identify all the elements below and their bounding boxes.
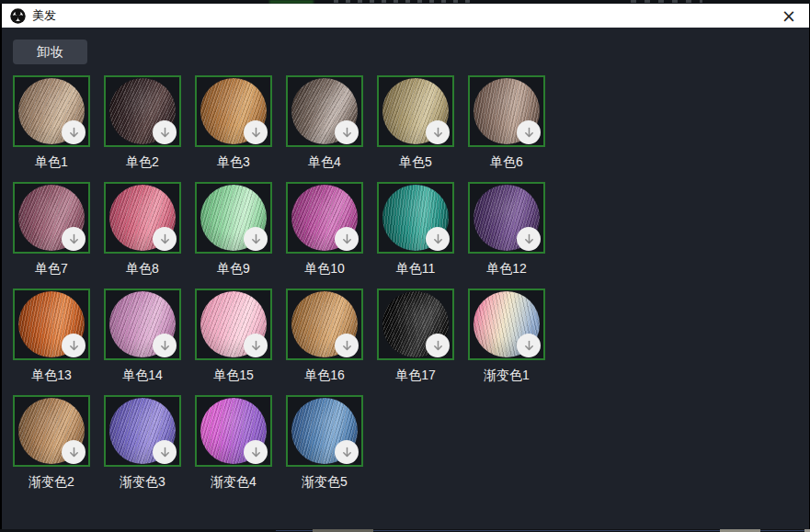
hair-color-item[interactable]: 单色4 [286,75,363,171]
hair-color-label: 单色15 [195,368,272,384]
hair-swatch-tile[interactable] [286,395,363,467]
hair-color-item[interactable]: 渐变色3 [104,395,181,491]
download-icon[interactable] [244,120,268,144]
hair-swatch-tile[interactable] [468,75,545,147]
hair-swatch-tile[interactable] [286,182,363,254]
dialog-title: 美发 [32,7,56,24]
hair-color-item[interactable]: 单色8 [104,182,181,277]
hair-color-label: 渐变色5 [286,474,363,491]
hair-color-label: 单色12 [468,261,545,277]
download-icon[interactable] [335,120,359,144]
download-icon[interactable] [153,227,177,251]
hair-color-item[interactable]: 单色9 [195,182,272,277]
hair-swatch-tile[interactable] [377,75,454,147]
hair-color-item[interactable]: 单色10 [286,182,363,277]
hair-swatch-tile[interactable] [468,182,545,254]
hair-beauty-dialog: 美发 × 卸妆 单色1 单色2 [0,4,810,529]
hair-color-label: 单色3 [195,154,272,171]
hair-color-item[interactable]: 单色3 [195,75,272,171]
hair-color-item[interactable]: 单色16 [286,289,363,384]
download-icon[interactable] [62,440,86,464]
hair-color-item[interactable]: 单色15 [195,289,272,384]
download-icon[interactable] [426,120,450,144]
hair-swatch-tile[interactable] [104,289,181,360]
hair-color-label: 单色10 [286,261,363,277]
hair-color-label: 渐变色3 [104,474,181,491]
download-icon[interactable] [153,440,177,464]
hair-color-label: 单色7 [13,261,90,277]
hair-color-item[interactable]: 单色7 [13,182,90,277]
hair-swatch-tile[interactable] [195,182,272,254]
hair-color-item[interactable]: 单色17 [377,289,454,384]
download-icon[interactable] [335,440,359,464]
hair-color-item[interactable]: 单色13 [13,289,90,384]
hair-color-label: 单色16 [286,368,363,384]
background-smudge [631,0,702,3]
hair-swatch-tile[interactable] [104,182,181,254]
hair-color-item[interactable]: 单色2 [104,75,181,171]
download-icon[interactable] [426,334,450,357]
hair-color-label: 单色14 [104,368,181,384]
hair-color-label: 单色2 [104,154,181,171]
hair-swatch-tile[interactable] [13,289,90,360]
hair-color-item[interactable]: 渐变色4 [195,395,272,491]
hair-color-item[interactable]: 单色14 [104,289,181,384]
download-icon[interactable] [517,334,541,357]
hair-color-label: 渐变色4 [195,474,272,491]
hair-color-grid: 单色1 单色2 单色3 [13,75,798,491]
obs-logo-icon [10,8,26,24]
download-icon[interactable] [153,120,177,144]
hair-color-item[interactable]: 渐变色5 [286,395,363,491]
download-icon[interactable] [244,227,268,251]
hair-color-label: 渐变色1 [468,368,545,384]
hair-swatch-tile[interactable] [286,289,363,360]
hair-swatch-tile[interactable] [195,75,272,147]
download-icon[interactable] [62,227,86,251]
hair-color-item[interactable]: 渐变色1 [468,289,545,384]
hair-color-label: 单色5 [377,154,454,171]
hair-color-label: 单色9 [195,261,272,277]
download-icon[interactable] [335,227,359,251]
download-icon[interactable] [62,120,86,144]
hair-swatch-tile[interactable] [195,289,272,360]
hair-swatch-tile[interactable] [468,289,545,360]
hair-color-label: 单色1 [13,154,90,171]
download-icon[interactable] [244,440,268,464]
close-icon[interactable]: × [776,5,802,27]
download-icon[interactable] [517,120,541,144]
hair-color-item[interactable]: 渐变色2 [13,395,90,491]
hair-color-item[interactable]: 单色12 [468,182,545,277]
download-icon[interactable] [244,334,268,357]
background-smudge [334,0,472,3]
download-icon[interactable] [153,334,177,357]
download-icon[interactable] [62,334,86,357]
hair-swatch-tile[interactable] [286,75,363,147]
hair-swatch-tile[interactable] [377,182,454,254]
hair-swatch-tile[interactable] [377,289,454,360]
hair-color-label: 单色11 [377,261,454,277]
download-icon[interactable] [426,227,450,251]
hair-color-label: 渐变色2 [13,474,90,491]
hair-swatch-tile[interactable] [104,75,181,147]
dialog-content: 卸妆 单色1 单色2 [2,28,809,529]
hair-color-item[interactable]: 单色11 [377,182,454,277]
hair-swatch-tile[interactable] [195,395,272,467]
hair-color-label: 单色17 [377,368,454,384]
hair-swatch-tile[interactable] [104,395,181,467]
hair-swatch-tile[interactable] [13,395,90,467]
hair-color-label: 单色13 [13,368,90,384]
hair-swatch-tile[interactable] [13,75,90,147]
hair-color-label: 单色8 [104,261,181,277]
hair-color-item[interactable]: 单色5 [377,75,454,171]
hair-color-item[interactable]: 单色1 [13,75,90,171]
hair-swatch-tile[interactable] [13,182,90,254]
hair-color-item[interactable]: 单色6 [468,75,545,171]
download-icon[interactable] [335,334,359,357]
dialog-titlebar: 美发 × [2,4,809,28]
hair-color-label: 单色6 [468,154,545,171]
remove-makeup-button[interactable]: 卸妆 [13,40,87,64]
hair-color-label: 单色4 [286,154,363,171]
download-icon[interactable] [517,227,541,251]
